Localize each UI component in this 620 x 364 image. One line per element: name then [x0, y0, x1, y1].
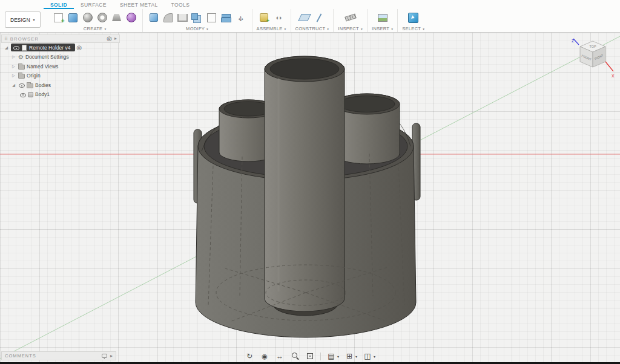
construct-dropdown[interactable]: CONSTRUCT ▾ [295, 26, 329, 31]
comments-panel[interactable]: COMMENTS ▸ [1, 351, 116, 360]
insert-dropdown[interactable]: INSERT ▾ [372, 26, 393, 31]
toolbar-group-inspect: INSPECT ▾ [334, 9, 368, 32]
collapse-panel-icon[interactable]: ▸ [114, 36, 117, 41]
inspect-label: INSPECT [338, 26, 359, 31]
chevron-down-icon: ▾ [423, 27, 424, 31]
browser-item-bodies[interactable]: Bodies [1, 80, 120, 90]
tab-solid[interactable]: SOLID [44, 0, 74, 9]
modify-dropdown[interactable]: MODIFY ▾ [186, 26, 208, 31]
grid-and-snaps-menu[interactable]: ▾ [345, 351, 357, 361]
chevron-down-icon: ▾ [361, 27, 363, 31]
assemble-label: ASSEMBLE [257, 26, 283, 31]
split-body-icon[interactable] [205, 11, 219, 24]
inspect-dropdown[interactable]: INSPECT ▾ [338, 26, 363, 31]
shell-icon[interactable] [176, 11, 190, 24]
expander-icon[interactable] [11, 74, 16, 78]
browser-item-origin[interactable]: Origin [1, 71, 120, 81]
select-dropdown[interactable]: SELECT ▾ [402, 26, 424, 31]
expand-comments-icon[interactable]: ▸ [110, 354, 113, 359]
browser-item-label: Bodies [35, 82, 51, 88]
select-icon[interactable] [407, 11, 420, 24]
model-central-tube[interactable] [265, 56, 345, 311]
eye-icon[interactable] [13, 44, 19, 51]
selected-document-row[interactable]: Remote Holder v4 [11, 44, 75, 51]
viewport[interactable]: Z TOP FRONT RIGHT X BROWSER ▸ Remote Hol… [0, 33, 620, 364]
browser-item-body1[interactable]: Body1 [1, 90, 120, 100]
chevron-down-icon: ▾ [284, 27, 286, 31]
eye-icon[interactable] [18, 82, 25, 88]
expander-icon[interactable] [11, 65, 16, 69]
look-at-icon[interactable] [260, 351, 269, 361]
fillet-icon[interactable] [162, 11, 175, 24]
sweep-icon[interactable] [96, 11, 109, 24]
construct-axis-icon[interactable] [312, 11, 326, 24]
expander-icon[interactable] [11, 55, 16, 59]
grip-icon[interactable] [4, 36, 8, 42]
joint-icon[interactable] [272, 11, 285, 24]
revolve-icon[interactable] [81, 11, 94, 24]
tab-sheet-metal[interactable]: SHEET METAL [113, 0, 165, 9]
tab-tools[interactable]: TOOLS [165, 0, 197, 9]
browser-item-label: Named Views [27, 63, 58, 70]
chevron-down-icon: ▾ [33, 18, 35, 22]
browser-item-label: Body1 [35, 91, 50, 97]
new-component-icon[interactable] [257, 11, 271, 24]
navigation-bar: ▾ ▾ ▾ [245, 351, 375, 361]
toolbar-area: SOLID SURFACE SHEET METAL TOOLS DESIGN ▾… [0, 0, 620, 33]
loft-icon[interactable] [110, 11, 124, 24]
form-icon[interactable] [125, 11, 138, 24]
workspace-switcher[interactable]: DESIGN ▾ [5, 11, 41, 28]
create-dropdown[interactable]: CREATE ▾ [84, 26, 107, 31]
browser-item-named-views[interactable]: Named Views [1, 62, 120, 71]
body-icon [28, 92, 33, 97]
chevron-down-icon: ▾ [374, 354, 375, 359]
tab-surface[interactable]: SURFACE [74, 0, 113, 9]
focus-target-icon[interactable] [77, 44, 82, 51]
workspace-label: DESIGN [10, 17, 30, 23]
browser-header[interactable]: BROWSER ▸ [1, 34, 120, 43]
toolbar-group-assemble: ASSEMBLE ▾ [252, 9, 291, 32]
toolbar-group-insert: INSERT ▾ [368, 9, 398, 32]
press-pull-icon[interactable] [147, 11, 160, 24]
select-label: SELECT [402, 26, 421, 31]
fit-icon[interactable] [305, 351, 315, 361]
document-icon [22, 45, 27, 51]
offset-plane-icon[interactable] [298, 11, 311, 24]
measure-icon[interactable] [344, 11, 357, 24]
z-axis-indicator [573, 39, 579, 45]
align-icon[interactable] [220, 11, 233, 24]
viewports-icon[interactable] [363, 351, 372, 361]
display-settings-icon[interactable] [326, 351, 336, 361]
browser-item-document-settings[interactable]: Document Settings [1, 53, 120, 62]
expander-icon[interactable] [11, 83, 16, 88]
orbit-icon[interactable] [245, 351, 254, 361]
eye-icon[interactable] [19, 91, 26, 98]
viewcube-top-label: TOP [589, 45, 596, 48]
extrude-icon[interactable] [67, 11, 80, 24]
display-settings-menu[interactable]: ▾ [326, 351, 339, 361]
create-sketch-icon[interactable] [52, 11, 65, 24]
insert-label: INSERT [372, 26, 389, 31]
pan-icon[interactable] [275, 351, 285, 361]
combine-icon[interactable] [191, 11, 204, 24]
divider [320, 353, 321, 360]
insert-image-icon[interactable] [376, 11, 389, 24]
zoom-icon[interactable] [290, 351, 300, 361]
assemble-dropdown[interactable]: ASSEMBLE ▾ [257, 26, 286, 31]
grid-and-snaps-icon[interactable] [345, 351, 354, 361]
folder-icon [18, 65, 25, 70]
model-remote-holder[interactable] [194, 56, 420, 337]
move-copy-icon[interactable] [234, 11, 248, 24]
expander-icon[interactable] [4, 46, 9, 50]
viewports-menu[interactable]: ▾ [363, 351, 375, 361]
browser-item-remote-holder[interactable]: Remote Holder v4 [1, 43, 120, 53]
modify-label: MODIFY [186, 26, 205, 31]
chevron-down-icon: ▾ [206, 27, 208, 31]
gear-icon [18, 54, 24, 60]
comment-bubble-icon[interactable] [102, 354, 107, 358]
browser-title: BROWSER [10, 36, 104, 42]
viewcube[interactable]: Z TOP FRONT RIGHT X [570, 35, 618, 88]
chevron-down-icon: ▾ [355, 354, 357, 359]
construct-label: CONSTRUCT [295, 26, 326, 31]
display-filter-icon[interactable] [107, 36, 112, 42]
